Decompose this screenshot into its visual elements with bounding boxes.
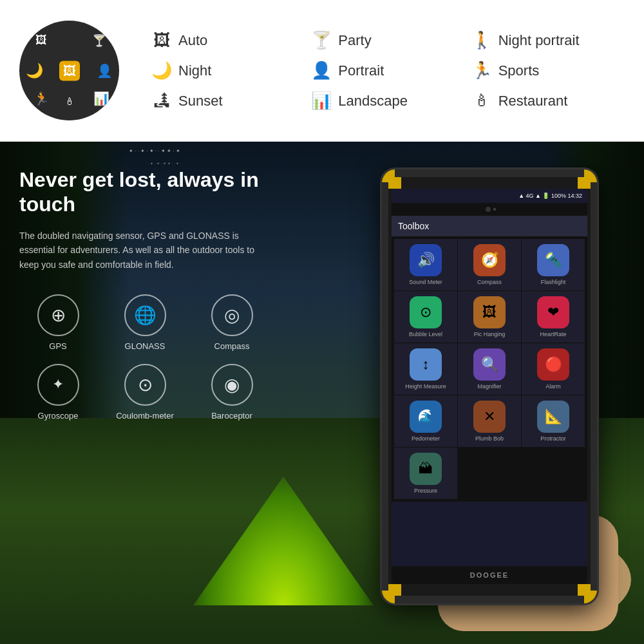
coulomb-circle: ⊙ (124, 364, 166, 406)
top-section: 🖼 🍸 🌙 🖼 👤 🏃 📊 🕯 🖼 Auto 🍸 Party 🚶 Night p… (0, 0, 644, 142)
sports-icon: 🏃 (471, 61, 492, 80)
mode-night: 🌙 Night (145, 58, 305, 83)
pedometer-label: Pedometer (412, 435, 440, 442)
tool-bubble-level[interactable]: ⊙ Bubble Level (394, 291, 457, 343)
cam-center-icon: 🖼 (59, 61, 80, 80)
cam-bottom-icon: 🕯 (64, 96, 75, 108)
pressure-icon: 🏔 (410, 453, 442, 485)
sunset-label: Sunset (178, 93, 223, 109)
pic-hanging-label: Pic Hanging (474, 331, 506, 337)
restaurant-icon: 🕯 (471, 91, 492, 111)
phone-bumper-right (591, 182, 599, 591)
compass-icon: 🧭 (473, 244, 506, 276)
mode-sports: 🏃 Sports (465, 58, 625, 83)
flashlight-label: Flashlight (541, 279, 566, 285)
left-content: Never get lost, always in touch The doub… (19, 167, 296, 421)
tool-sound-meter[interactable]: 🔊 Sound Meter (394, 239, 457, 290)
gyroscope-label: Gyroscope (38, 411, 79, 421)
pic-hanging-icon: 🖼 (473, 296, 506, 328)
sensor-glonass: 🌐 GLONASS (106, 294, 184, 351)
mode-restaurant: 🕯 Restaurant (465, 88, 625, 113)
coulomb-label: Coulomb-meter (116, 411, 174, 421)
mode-landscape: 📊 Landscape (305, 88, 464, 113)
camera-modes-list: 🖼 Auto 🍸 Party 🚶 Night portrait 🌙 Night … (145, 28, 625, 113)
brand-label: DOOGEE (470, 571, 509, 579)
compass-tool-label: Compass (477, 279, 502, 285)
sensor-baro: ◉ Baroceptor (193, 364, 270, 421)
glonass-label: GLONASS (125, 341, 166, 351)
magnifier-label: Magnifier (477, 383, 501, 390)
tool-height-measure[interactable]: ↕ Height Measure (394, 343, 457, 395)
main-headline: Never get lost, always in touch (19, 167, 296, 217)
alarm-label: Alarm (545, 383, 561, 390)
bubble-level-icon: ⊙ (410, 296, 442, 328)
sound-meter-label: Sound Meter (409, 279, 442, 285)
brand-bar: DOOGEE (392, 566, 587, 584)
night-label: Night (178, 62, 211, 79)
night-portrait-icon: 🚶 (471, 30, 492, 50)
cam-run-icon: 🏃 (33, 91, 50, 106)
mode-portrait: 👤 Portrait (305, 58, 464, 83)
gps-circle: ⊕ (37, 294, 79, 336)
phone-bumper-left (380, 182, 388, 591)
phone-status-bar: ▲ 4G ▲ 🔋 100% 14:32 (392, 189, 587, 203)
stars-2: · ✦ · ✦ · ✦ ✦ · · ✦ (148, 161, 179, 166)
party-icon: 🍸 (311, 30, 332, 50)
restaurant-label: Restaurant (498, 93, 568, 109)
phone-container: ▲ 4G ▲ 🔋 100% 14:32 Toolbox 🔊 Soun (380, 167, 625, 631)
phone-bumper-bottom (395, 596, 584, 605)
toolbox-grid: 🔊 Sound Meter 🧭 Compass 🔦 Flashlight (392, 236, 587, 502)
sports-label: Sports (498, 62, 540, 79)
tool-compass[interactable]: 🧭 Compass (458, 239, 521, 290)
tool-pressure[interactable]: 🏔 Pressure (394, 448, 457, 499)
heartrate-label: HeartRate (540, 331, 566, 337)
night-portrait-label: Night portrait (498, 32, 580, 49)
tool-flashlight[interactable]: 🔦 Flashlight (522, 239, 585, 290)
tool-heartrate[interactable]: ❤ HeartRate (522, 291, 585, 343)
tool-pedometer[interactable]: 🌊 Pedometer (394, 395, 457, 447)
plumb-bob-label: Plumb Bob (475, 435, 504, 442)
gyroscope-circle: ✦ (37, 364, 79, 406)
tool-plumb-bob[interactable]: ✕ Plumb Bob (458, 395, 521, 447)
tool-pic-hanging[interactable]: 🖼 Pic Hanging (458, 291, 521, 343)
tool-magnifier[interactable]: 🔍 Magnifier (458, 343, 521, 395)
phone-title-bar: Toolbox (392, 216, 587, 236)
sensor-gyroscope: ✦ Gyroscope (19, 364, 97, 421)
pedometer-icon: 🌊 (410, 401, 442, 433)
mode-sunset: 🏞 Sunset (145, 88, 305, 113)
phone-body: ▲ 4G ▲ 🔋 100% 14:32 Toolbox 🔊 Soun (380, 167, 599, 605)
sensor-compass: ◎ Compass (193, 294, 270, 351)
compass-circle: ◎ (211, 294, 253, 336)
cam-landscape-icon: 📊 (93, 91, 109, 106)
description-text: The doubled navigating sensor, GPS and G… (19, 229, 264, 272)
compass-label: Compass (214, 341, 250, 351)
landscape-icon: 📊 (311, 91, 332, 111)
plumb-bob-icon: ✕ (473, 401, 506, 433)
gps-label: GPS (49, 341, 66, 351)
alarm-icon: 🔴 (537, 348, 569, 381)
magnifier-icon: 🔍 (473, 348, 506, 381)
speaker (493, 208, 496, 211)
cam-wine-icon: 🍸 (92, 33, 106, 48)
portrait-label: Portrait (338, 62, 384, 79)
pressure-label: Pressure (414, 488, 437, 494)
auto-label: Auto (178, 32, 207, 49)
camera-modes-circle: 🖼 🍸 🌙 🖼 👤 🏃 📊 🕯 (19, 21, 119, 120)
sunset-icon: 🏞 (151, 91, 172, 111)
glonass-circle: 🌐 (124, 294, 166, 336)
protractor-label: Protractor (540, 435, 566, 442)
party-label: Party (338, 32, 371, 49)
cam-person-icon: 👤 (97, 63, 113, 79)
heartrate-icon: ❤ (537, 296, 569, 328)
tool-protractor[interactable]: 📐 Protractor (522, 395, 585, 447)
status-text: ▲ 4G ▲ 🔋 100% 14:32 (518, 193, 582, 199)
phone-screen: ▲ 4G ▲ 🔋 100% 14:32 Toolbox 🔊 Soun (392, 189, 587, 584)
bottom-section: ✦ · · ✦ · ✦ · · ✦ ✦ · ✦ · ✦ · ✦ · ✦ ✦ · … (0, 142, 644, 644)
tool-alarm[interactable]: 🔴 Alarm (522, 343, 585, 395)
landscape-label: Landscape (338, 93, 408, 109)
flashlight-icon: 🔦 (537, 244, 569, 276)
night-icon: 🌙 (151, 61, 172, 80)
mode-night-portrait: 🚶 Night portrait (465, 28, 625, 53)
height-measure-label: Height Measure (405, 383, 446, 390)
stars: ✦ · · ✦ · ✦ · · ✦ ✦ · ✦ (129, 148, 180, 154)
